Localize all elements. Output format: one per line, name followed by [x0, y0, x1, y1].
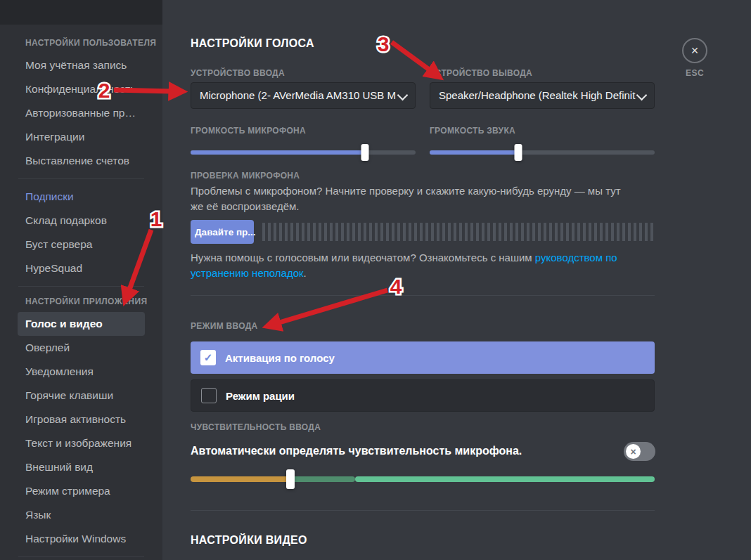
sidebar-item-game-activity[interactable]: Игровая активность	[18, 408, 145, 431]
sidebar-item-language[interactable]: Язык	[18, 503, 145, 527]
output-device-value: Speaker/Headphone (Realtek High Definit	[439, 89, 635, 101]
chevron-down-icon	[636, 90, 648, 101]
sidebar-divider	[18, 556, 144, 557]
slider-fill	[191, 150, 365, 155]
sidebar-item-server-boost[interactable]: Буст сервера	[18, 233, 145, 256]
slider-handle[interactable]	[361, 144, 369, 161]
mic-test-button[interactable]: Давайте пр...	[191, 220, 254, 244]
close-icon: ×	[691, 44, 699, 58]
sidebar-nav: НАСТРОЙКИ ПОЛЬЗОВАТЕЛЯ Моя учётная запис…	[0, 0, 162, 557]
toggle-off-icon: ×	[630, 446, 636, 457]
input-device-select[interactable]: Microphone (2- AVerMedia AM310 USB M	[191, 82, 416, 109]
push-to-talk-option[interactable]: Режим рации	[191, 379, 655, 412]
page-title: НАСТРОЙКИ ГОЛОСА	[191, 37, 314, 50]
sidebar-item-streamer-mode[interactable]: Режим стримера	[18, 479, 145, 503]
sidebar-section-user-settings: НАСТРОЙКИ ПОЛЬЗОВАТЕЛЯ	[18, 34, 145, 53]
voice-activity-label: Активация по голосу	[225, 352, 335, 364]
section-divider	[191, 295, 655, 296]
mic-test-description: Проблемы с микрофоном? Начните проверку …	[191, 183, 621, 214]
section-divider	[191, 510, 655, 511]
auto-sensitivity-toggle[interactable]: ×	[624, 442, 655, 461]
sensitivity-segment-dim-green	[290, 476, 355, 482]
sidebar-item-voice-video[interactable]: Голос и видео	[18, 312, 145, 336]
sidebar-item-authorized-apps[interactable]: Авторизованные прил...	[18, 101, 145, 125]
input-volume-slider[interactable]	[191, 144, 416, 161]
sensitivity-handle[interactable]	[286, 469, 295, 489]
sidebar-item-windows-settings[interactable]: Настройки Windows	[18, 527, 145, 551]
sidebar-item-gift-inventory[interactable]: Склад подарков	[18, 209, 145, 233]
mic-test-label: ПРОВЕРКА МИКРОФОНА	[191, 171, 300, 181]
output-device-select[interactable]: Speaker/Headphone (Realtek High Definit	[430, 82, 655, 109]
sidebar-item-text-images[interactable]: Текст и изображения	[18, 431, 145, 455]
help-text: Нужна помощь с голосовым или видеочатом?…	[191, 250, 646, 281]
help-suffix: .	[304, 267, 307, 279]
help-prefix: Нужна помощь с голосовым или видеочатом?…	[191, 252, 535, 263]
chevron-down-icon	[397, 90, 409, 101]
output-volume-label: ГРОМКОСТЬ ЗВУКА	[430, 126, 515, 136]
checkbox-checked[interactable]: ✓	[200, 350, 216, 365]
sidebar-divider	[18, 286, 144, 287]
sidebar-item-privacy[interactable]: Конфиденциальность	[18, 77, 145, 101]
mic-level-meter	[262, 223, 655, 241]
check-icon: ✓	[204, 351, 213, 364]
sensitivity-segment-green	[355, 476, 655, 482]
output-device-label: УСТРОЙСТВО ВЫВОДА	[430, 68, 532, 78]
sidebar-item-my-account[interactable]: Моя учётная запись	[18, 53, 145, 77]
sidebar-item-notifications[interactable]: Уведомления	[18, 360, 145, 384]
slider-fill	[430, 150, 518, 155]
sensitivity-segment-orange	[191, 476, 290, 482]
voice-activity-option[interactable]: ✓ Активация по голосу	[191, 341, 655, 374]
sidebar-item-subscriptions[interactable]: Подписки	[18, 185, 145, 209]
sensitivity-label: ЧУВСТВИТЕЛЬНОСТЬ ВВОДА	[191, 422, 321, 432]
close-button[interactable]: ×	[682, 38, 707, 63]
slider-handle[interactable]	[515, 144, 522, 161]
toggle-knob[interactable]: ×	[626, 444, 641, 459]
input-device-value: Microphone (2- AVerMedia AM310 USB M	[200, 89, 396, 101]
auto-sensitivity-label: Автоматически определять чувствительност…	[191, 445, 522, 457]
sensitivity-slider[interactable]	[191, 469, 655, 489]
input-mode-label: РЕЖИМ ВВОДА	[191, 321, 258, 331]
video-settings-title: НАСТРОЙКИ ВИДЕО	[191, 534, 307, 547]
output-volume-slider[interactable]	[430, 144, 655, 161]
sidebar-divider	[18, 178, 144, 179]
close-area: × ESC	[674, 38, 716, 78]
voice-settings-panel: НАСТРОЙКИ ГОЛОСА УСТРОЙСТВО ВВОДА УСТРОЙ…	[162, 0, 751, 560]
input-device-label: УСТРОЙСТВО ВВОДА	[191, 68, 285, 78]
sidebar-item-integrations[interactable]: Интеграции	[18, 125, 145, 149]
esc-label: ESC	[674, 68, 716, 78]
sidebar-item-hypesquad[interactable]: HypeSquad	[18, 256, 145, 280]
sidebar-item-billing[interactable]: Выставление счетов	[18, 149, 145, 173]
settings-sidebar: НАСТРОЙКИ ПОЛЬЗОВАТЕЛЯ Моя учётная запис…	[0, 0, 162, 560]
sidebar-item-appearance[interactable]: Внешний вид	[18, 455, 145, 479]
sidebar-section-app-settings: НАСТРОЙКИ ПРИЛОЖЕНИЯ	[18, 292, 145, 312]
input-volume-label: ГРОМКОСТЬ МИКРОФОНА	[191, 126, 306, 136]
sidebar-item-overlay[interactable]: Оверлей	[18, 336, 145, 360]
push-to-talk-label: Режим рации	[226, 390, 295, 402]
checkbox-unchecked[interactable]	[201, 388, 217, 403]
sidebar-item-keybinds[interactable]: Горячие клавиши	[18, 384, 145, 408]
